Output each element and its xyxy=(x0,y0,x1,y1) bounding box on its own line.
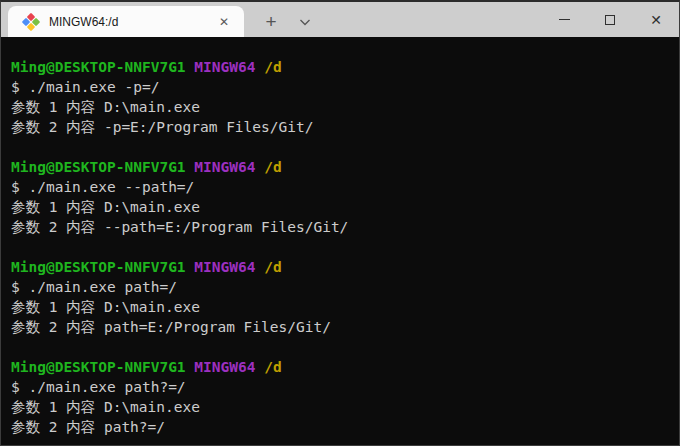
output-line: 参数 2 内容 --path=E:/Program Files/Git/ xyxy=(11,217,669,237)
prompt-line: Ming@DESKTOP-NNFV7G1 MINGW64 /d xyxy=(11,57,669,77)
tab-close-icon[interactable]: ✕ xyxy=(212,10,236,34)
prompt-environment: MINGW64 xyxy=(194,59,255,75)
close-button[interactable]: ✕ xyxy=(633,2,679,37)
prompt-line: Ming@DESKTOP-NNFV7G1 MINGW64 /d xyxy=(11,157,669,177)
output-line: 参数 1 内容 D:\main.exe xyxy=(11,197,669,217)
maximize-icon xyxy=(605,15,615,25)
output-line: 参数 2 内容 -p=E:/Program Files/Git/ xyxy=(11,117,669,137)
prompt-environment: MINGW64 xyxy=(194,359,255,375)
tab-title: MINGW64:/d xyxy=(49,15,212,29)
output-line: 参数 2 内容 path?=/ xyxy=(11,417,669,437)
command-line: $ ./main.exe path?=/ xyxy=(11,377,669,397)
output-line: 参数 1 内容 D:\main.exe xyxy=(11,297,669,317)
window-controls: ✕ xyxy=(541,2,679,37)
terminal-window: MINGW64:/d ✕ + ✕ Ming@DESKTOP-NNFV7G1 MI… xyxy=(0,0,680,446)
prompt-cwd: /d xyxy=(264,159,281,175)
close-icon: ✕ xyxy=(650,13,662,27)
terminal-block: Ming@DESKTOP-NNFV7G1 MINGW64 /d$ ./main.… xyxy=(11,157,669,237)
terminal-block: Ming@DESKTOP-NNFV7G1 MINGW64 /d$ ./main.… xyxy=(11,257,669,337)
prompt-environment: MINGW64 xyxy=(194,159,255,175)
prompt-line: Ming@DESKTOP-NNFV7G1 MINGW64 /d xyxy=(11,257,669,277)
terminal-block: Ming@DESKTOP-NNFV7G1 MINGW64 /d$ ./main.… xyxy=(11,57,669,137)
prompt-environment: MINGW64 xyxy=(194,259,255,275)
output-line: 参数 1 内容 D:\main.exe xyxy=(11,97,669,117)
prompt-cwd: /d xyxy=(264,59,281,75)
titlebar: MINGW64:/d ✕ + ✕ xyxy=(1,2,679,37)
output-line: 参数 2 内容 path=E:/Program Files/Git/ xyxy=(11,317,669,337)
minimize-button[interactable] xyxy=(541,2,587,37)
new-tab-button[interactable]: + xyxy=(254,6,288,37)
tab-mingw64[interactable]: MINGW64:/d ✕ xyxy=(8,6,244,37)
output-line: 参数 1 内容 D:\main.exe xyxy=(11,397,669,417)
prompt-cwd: /d xyxy=(264,359,281,375)
prompt-cwd: /d xyxy=(264,259,281,275)
terminal-block: Ming@DESKTOP-NNFV7G1 MINGW64 /d$ ./main.… xyxy=(11,357,669,437)
command-line: $ ./main.exe -p=/ xyxy=(11,77,669,97)
chevron-down-icon[interactable] xyxy=(288,6,322,37)
prompt-user-host: Ming@DESKTOP-NNFV7G1 xyxy=(11,359,186,375)
prompt-user-host: Ming@DESKTOP-NNFV7G1 xyxy=(11,59,186,75)
terminal-content[interactable]: Ming@DESKTOP-NNFV7G1 MINGW64 /d$ ./main.… xyxy=(1,37,679,445)
maximize-button[interactable] xyxy=(587,2,633,37)
command-line: $ ./main.exe --path=/ xyxy=(11,177,669,197)
prompt-user-host: Ming@DESKTOP-NNFV7G1 xyxy=(11,259,186,275)
prompt-line: Ming@DESKTOP-NNFV7G1 MINGW64 /d xyxy=(11,357,669,377)
prompt-user-host: Ming@DESKTOP-NNFV7G1 xyxy=(11,159,186,175)
msys2-mingw64-icon xyxy=(23,14,39,30)
minimize-icon xyxy=(559,19,570,20)
command-line: $ ./main.exe path=/ xyxy=(11,277,669,297)
